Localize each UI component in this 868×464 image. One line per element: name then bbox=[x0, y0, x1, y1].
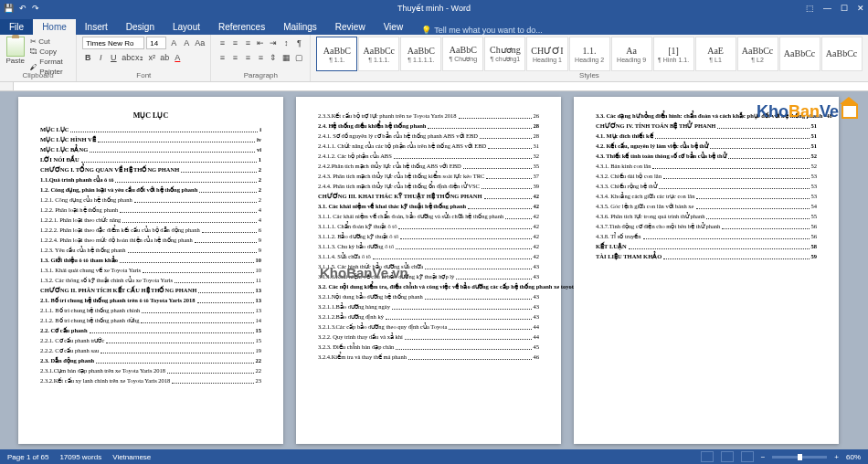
toc-line: CHƯƠNG III. KHAI THÁC KỸ THUẬT HỆ THỐNG … bbox=[318, 192, 539, 201]
tab-design[interactable]: Design bbox=[117, 19, 164, 35]
minimize-icon[interactable]: — bbox=[823, 4, 831, 13]
toc-line: 2.4. Hệ thống điều khiển hệ thống phanh2… bbox=[318, 121, 539, 131]
style-item[interactable]: AaBbCc¶ L2 bbox=[737, 37, 778, 71]
shrink-font-icon[interactable]: A bbox=[181, 37, 192, 49]
maximize-icon[interactable]: ☐ bbox=[841, 4, 848, 13]
paste-icon bbox=[6, 37, 25, 57]
tab-review[interactable]: Review bbox=[326, 19, 375, 35]
toc-line: 2.3.2.Kết cấu xy lanh chính trên xe Toyo… bbox=[40, 376, 261, 385]
style-item[interactable]: 1.1.Heading 2 bbox=[569, 37, 610, 71]
borders-icon[interactable]: ▢ bbox=[293, 51, 304, 64]
toc-line: CHƯƠNG IV. TÍNH TOÁN BỆ THỬ PHANH51 bbox=[596, 121, 817, 131]
toc-line: TÀI LIỆU THAM KHẢO59 bbox=[596, 252, 817, 261]
tab-references[interactable]: References bbox=[209, 19, 274, 35]
tell-me-search[interactable]: 💡Tell me what you want to do... bbox=[421, 26, 543, 35]
toc-line: 3.1. Các khái niệm về khai thác kỹ thuật… bbox=[318, 202, 539, 211]
cut-button[interactable]: ✂Cut bbox=[30, 37, 70, 47]
tab-view[interactable]: View bbox=[375, 19, 413, 35]
toc-line: 4.3.6. Phân tích lực trong quá trình thử… bbox=[596, 212, 817, 221]
style-item[interactable]: AaBbCc bbox=[821, 37, 863, 71]
font-name-select[interactable] bbox=[82, 37, 144, 49]
toc-line: 3.1.1.1. Chẩn đoán kỹ thuật ô tô42 bbox=[318, 222, 539, 231]
style-item[interactable]: CHƯƠIHeading 1 bbox=[526, 37, 567, 71]
toc-line: MỤC LỤC HÌNH VẼiv bbox=[40, 135, 261, 144]
italic-button[interactable]: I bbox=[95, 51, 106, 64]
numbering-icon[interactable]: ≡ bbox=[229, 37, 240, 49]
font-size-select[interactable] bbox=[146, 37, 166, 49]
shading-icon[interactable]: ▦ bbox=[281, 51, 291, 64]
page-indicator[interactable]: Page 1 of 65 bbox=[7, 453, 48, 461]
pilcrow-icon[interactable]: ¶ bbox=[293, 37, 304, 49]
horizontal-ruler[interactable] bbox=[0, 82, 868, 91]
tab-file[interactable]: File bbox=[0, 19, 33, 35]
font-group: A A Aa B I U abc x₂ x² ab A Font bbox=[77, 35, 211, 81]
tab-mailings[interactable]: Mailings bbox=[274, 19, 326, 35]
toc-line: 2.1. Bố trí chung hệ thống phanh trên ô … bbox=[40, 296, 261, 305]
align-left-icon[interactable]: ≡ bbox=[217, 51, 228, 64]
text-highlight-icon[interactable]: ab bbox=[159, 51, 170, 64]
style-item[interactable]: AaBbCc bbox=[779, 37, 820, 71]
ribbon-options-icon[interactable]: ⬚ bbox=[806, 4, 814, 13]
word-count[interactable]: 17095 words bbox=[59, 453, 101, 461]
close-icon[interactable]: ✕ bbox=[857, 4, 864, 13]
toc-line: 3.2.1.2.Bảo dưỡng định kỳ43 bbox=[318, 312, 539, 322]
style-item[interactable]: AaBbC¶ Chương bbox=[442, 37, 483, 71]
multilevel-icon[interactable]: ≡ bbox=[242, 37, 253, 49]
document-area[interactable]: KhoBanVe KhoBanVe.vn Copyright © KhoBanV… bbox=[0, 91, 868, 449]
align-right-icon[interactable]: ≡ bbox=[242, 51, 253, 64]
bold-button[interactable]: B bbox=[82, 51, 93, 64]
grow-font-icon[interactable]: A bbox=[168, 37, 179, 49]
zoom-level[interactable]: 60% bbox=[846, 453, 861, 461]
toc-line: MỤC LỤCi bbox=[40, 125, 261, 134]
toc-line: CHƯƠNG I. TỔNG QUAN VỀ HỆ THỐNG PHANH2 bbox=[40, 165, 261, 174]
decrease-indent-icon[interactable]: ⇤ bbox=[255, 37, 266, 49]
line-spacing-icon[interactable]: ⇕ bbox=[268, 51, 279, 64]
align-center-icon[interactable]: ≡ bbox=[229, 51, 240, 64]
toc-line: 2.1.2. Bố trí chung hệ thống phanh dừng1… bbox=[40, 316, 261, 325]
style-item[interactable]: [1]¶ Hình 1.1. bbox=[653, 37, 694, 71]
toc-line: 4.3.1. Bán kính con lăn52 bbox=[596, 162, 817, 171]
bullets-icon[interactable]: ≡ bbox=[217, 37, 228, 49]
toc-line: 1.3. Giới thiệu ô tô tham khảo10 bbox=[40, 256, 261, 265]
read-mode-icon[interactable] bbox=[701, 451, 714, 462]
zoom-slider[interactable] bbox=[772, 456, 827, 459]
page-1: MỤC LỤC MỤC LỤCiMỤC LỤC HÌNH VẼivMỤC LỤC… bbox=[18, 97, 283, 444]
font-color-icon[interactable]: A bbox=[172, 51, 183, 64]
justify-icon[interactable]: ≡ bbox=[255, 51, 266, 64]
toc-line: 3.2.1.1.Bảo dưỡng hàng ngày43 bbox=[318, 302, 539, 311]
sort-icon[interactable]: ↕ bbox=[281, 37, 291, 49]
toc-line: 2.2.1. Cơ cấu phanh trước15 bbox=[40, 336, 261, 345]
increase-indent-icon[interactable]: ⇥ bbox=[268, 37, 279, 49]
underline-button[interactable]: U bbox=[108, 51, 119, 64]
tab-home[interactable]: Home bbox=[33, 19, 76, 35]
redo-icon[interactable]: ↷ bbox=[32, 4, 39, 13]
toc-line: 4.3.3. Chiều rộng bệ thử53 bbox=[596, 182, 817, 191]
change-case-icon[interactable]: Aa bbox=[194, 37, 205, 49]
style-item[interactable]: AaBbC¶ 1.1. bbox=[316, 37, 357, 71]
style-item[interactable]: AaHeading 9 bbox=[611, 37, 652, 71]
web-layout-icon[interactable] bbox=[741, 451, 754, 462]
tab-layout[interactable]: Layout bbox=[164, 19, 209, 35]
print-layout-icon[interactable] bbox=[721, 451, 734, 462]
zoom-out-button[interactable]: − bbox=[761, 453, 766, 461]
toc-line: LỜI NÓI ĐẦU1 bbox=[40, 155, 261, 164]
toc-line: 1.2.2.2. Phân loại theo đặc điểm kết cấu… bbox=[40, 226, 261, 235]
copy-button[interactable]: ⿻Copy bbox=[30, 47, 70, 57]
toc-line: 3.1.1.2. Bảo dưỡng kỹ thuật ô tô42 bbox=[318, 232, 539, 241]
save-icon[interactable]: 💾 bbox=[4, 4, 14, 13]
subscript-button[interactable]: x₂ bbox=[133, 51, 144, 64]
strike-button[interactable]: abc bbox=[121, 51, 132, 64]
tab-insert[interactable]: Insert bbox=[76, 19, 117, 35]
undo-icon[interactable]: ↶ bbox=[19, 4, 26, 13]
toc-line: 3.1.1.6.Khái niệm về chu kì bảo dưỡng kỹ… bbox=[318, 272, 539, 281]
zoom-in-button[interactable]: + bbox=[834, 453, 839, 461]
style-item[interactable]: AaE¶ L1 bbox=[695, 37, 736, 71]
paste-button[interactable]: Paste bbox=[5, 37, 25, 71]
status-bar: Page 1 of 65 17095 words Vietnamese − + … bbox=[0, 449, 868, 464]
style-item[interactable]: AaBbC¶ 1.1.1.1. bbox=[400, 37, 441, 71]
language-indicator[interactable]: Vietnamese bbox=[112, 453, 151, 461]
style-item[interactable]: AaBbCc¶ 1.1.1. bbox=[358, 37, 399, 71]
superscript-button[interactable]: x² bbox=[146, 51, 157, 64]
toc-line: 3.2.1.Nội dung bảo dưỡng hệ thống phanh4… bbox=[318, 292, 539, 301]
style-item[interactable]: Chương¶ chương1 bbox=[484, 37, 525, 71]
